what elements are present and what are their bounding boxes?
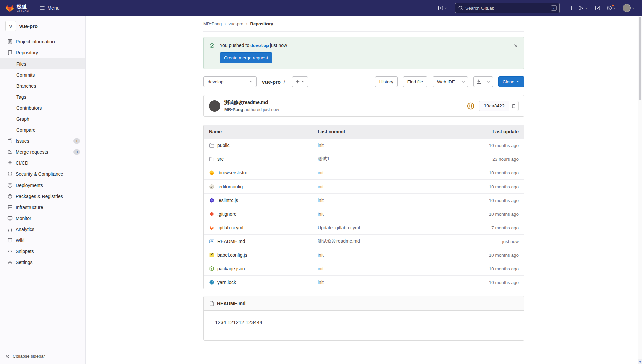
find-file-button[interactable]: Find file: [403, 76, 427, 87]
brand-subname: GitLab: [17, 10, 29, 12]
sidebar-item-tags[interactable]: Tags: [0, 91, 85, 102]
breadcrumb-item-vue-pro[interactable]: vue-pro: [229, 21, 243, 26]
vertical-scrollbar[interactable]: [638, 16, 642, 364]
commit-message-link[interactable]: init: [318, 170, 324, 175]
collapse-sidebar-button[interactable]: Collapse sidebar: [0, 348, 85, 364]
alert-close-button[interactable]: [512, 42, 520, 50]
sidebar-item-ci-cd[interactable]: CI/CD: [0, 157, 85, 168]
sidebar-item-packages-registries[interactable]: Packages & Registries: [0, 191, 85, 202]
readme-title-link[interactable]: README.md: [217, 301, 246, 306]
issues-nav-button[interactable]: [565, 4, 574, 12]
download-button[interactable]: [473, 76, 484, 87]
user-menu-button[interactable]: [621, 3, 637, 13]
add-file-dropdown[interactable]: [292, 76, 308, 87]
commit-message-link[interactable]: 测试修改readme.md: [318, 238, 360, 244]
web-ide-dropdown-toggle[interactable]: [459, 76, 468, 87]
last-update-cell: 10 months ago: [452, 143, 519, 148]
repo-path-root[interactable]: vue-pro: [262, 79, 281, 85]
file-link[interactable]: .browserslistrc: [217, 170, 247, 175]
sidebar-item-branches[interactable]: Branches: [0, 80, 85, 91]
sidebar-item-graph[interactable]: Graph: [0, 113, 85, 124]
breadcrumb-item-mr-pang[interactable]: MR•Pang: [203, 21, 222, 26]
file-link[interactable]: public: [217, 143, 230, 148]
web-ide-button[interactable]: Web IDE: [433, 76, 459, 87]
sidebar-item-monitor[interactable]: Monitor: [0, 213, 85, 224]
file-link[interactable]: .editorconfig: [217, 184, 243, 189]
file-link[interactable]: README.md: [217, 239, 245, 244]
file-table-body: publicinit10 months agosrc测试123 hours ag…: [204, 138, 524, 289]
breadcrumb-separator: ›: [224, 21, 226, 26]
alert-actions: Create merge request: [220, 52, 509, 63]
branch-link[interactable]: develop: [250, 43, 269, 48]
search-input[interactable]: [465, 6, 549, 11]
menu-button[interactable]: Menu: [36, 3, 63, 13]
help-nav-button[interactable]: [605, 4, 618, 12]
sidebar-item-settings[interactable]: Settings: [0, 257, 85, 268]
scrollbar-down-button[interactable]: [638, 359, 642, 364]
sidebar-item-snippets[interactable]: Snippets: [0, 246, 85, 257]
commit-author-avatar[interactable]: [209, 100, 220, 112]
gitlab-app: 极狐 GitLab Menu /: [0, 0, 642, 364]
commit-message-link[interactable]: init: [318, 143, 324, 148]
sidebar-item-security-compliance[interactable]: Security & Compliance: [0, 168, 85, 179]
pipeline-status-paused-icon[interactable]: [467, 102, 474, 110]
new-menu-button[interactable]: [436, 4, 449, 12]
commit-author-link[interactable]: MR•Pang: [224, 107, 243, 112]
file-link[interactable]: .eslintrc.js: [217, 198, 238, 203]
chart-icon: [7, 227, 13, 232]
sidebar-item-compare[interactable]: Compare: [0, 124, 85, 135]
commit-message-link[interactable]: init: [318, 198, 324, 203]
last-update-cell: 7 months ago: [452, 225, 519, 230]
shield-icon: [7, 171, 13, 177]
sidebar-item-wiki[interactable]: Wiki: [0, 235, 85, 246]
commit-message-link[interactable]: init: [318, 211, 324, 217]
branch-selector[interactable]: develop: [203, 76, 257, 87]
table-row: package.jsoninit10 months ago: [204, 262, 524, 275]
file-link[interactable]: .gitlab-ci.yml: [217, 225, 243, 230]
commit-message-link[interactable]: init: [318, 280, 324, 285]
readme-content: 1234 121212 123444: [204, 311, 524, 340]
sidebar-item-project-information[interactable]: Project information: [0, 36, 85, 47]
copy-sha-button[interactable]: [509, 101, 519, 111]
sidebar-item-deployments[interactable]: Deployments: [0, 179, 85, 191]
commit-message-link[interactable]: init: [318, 252, 324, 258]
sidebar-item-commits[interactable]: Commits: [0, 69, 85, 80]
file-link[interactable]: package.json: [217, 266, 245, 271]
sidebar-item-analytics[interactable]: Analytics: [0, 224, 85, 235]
sidebar-item-contributors[interactable]: Contributors: [0, 102, 85, 113]
file-link[interactable]: src: [217, 156, 224, 162]
sidebar-item-repository[interactable]: Repository: [0, 47, 85, 58]
sidebar-item-merge-requests[interactable]: Merge requests0: [0, 146, 85, 157]
download-dropdown-toggle[interactable]: [484, 76, 493, 87]
count-badge: 1: [73, 138, 80, 144]
commit-message-link[interactable]: Update .gitlab-ci.yml: [318, 225, 360, 230]
download-icon: [476, 79, 481, 84]
sidebar-item-infrastructure[interactable]: Infrastructure: [0, 202, 85, 213]
sidebar-item-issues[interactable]: Issues1: [0, 135, 85, 146]
chevron-double-left-icon: [5, 354, 10, 359]
history-button[interactable]: History: [375, 76, 398, 87]
clone-dropdown-button[interactable]: Clone: [498, 76, 524, 87]
package-icon: [7, 194, 13, 199]
commit-message-link[interactable]: init: [318, 266, 324, 271]
commit-message-link[interactable]: init: [318, 184, 324, 189]
project-context-header[interactable]: V vue-pro: [0, 16, 85, 35]
readme-header: README.md: [204, 296, 524, 311]
sidebar-item-label: Wiki: [16, 238, 24, 243]
file-link[interactable]: .gitignore: [217, 211, 237, 217]
commit-message-link[interactable]: 测试1: [318, 156, 330, 161]
file-link[interactable]: babel.config.js: [217, 252, 247, 258]
create-merge-request-button[interactable]: Create merge request: [220, 52, 272, 63]
file-link[interactable]: yarn.lock: [217, 280, 236, 285]
table-row: .gitignoreinit10 months ago: [204, 207, 524, 221]
merge-requests-nav-button[interactable]: [577, 4, 590, 12]
global-search[interactable]: /: [455, 3, 560, 13]
todos-nav-button[interactable]: [593, 4, 602, 12]
gitlab-logo[interactable]: 极狐 GitLab: [5, 4, 29, 12]
scrollbar-thumb[interactable]: [639, 17, 641, 100]
repository-icon: [7, 50, 13, 55]
commit-title-link[interactable]: 测试修改readme.md: [224, 100, 279, 106]
sidebar-item-files[interactable]: Files: [0, 58, 85, 69]
babel-icon: [209, 252, 214, 258]
table-row: .editorconfiginit10 months ago: [204, 179, 524, 193]
